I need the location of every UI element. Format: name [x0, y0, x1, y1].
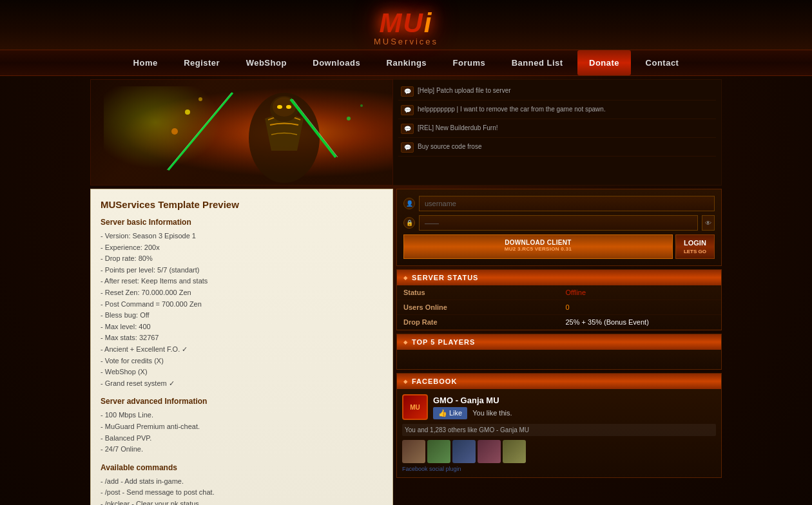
fb-thumb [503, 440, 526, 463]
drop-rate-row: Drop Rate 25% + 35% (Bonus Event) [397, 315, 721, 330]
download-sub: MU2 3.RC5 VERSION 0.31 [407, 246, 670, 252]
nav-downloads[interactable]: Downloads [301, 50, 372, 75]
svg-point-6 [277, 105, 282, 109]
header: MUi MUServices [0, 0, 812, 50]
server-status-header: SERVER STATUS [397, 270, 721, 285]
logo-text: MUi [0, 10, 812, 37]
server-advanced-info: - 100 Mbps Line. - MuGuard Premium anti-… [101, 410, 383, 455]
login-sub: LETS GO [684, 249, 706, 254]
facebook-box: FACEBOOK MU GMO - Ganja MU 👍 Like [396, 373, 722, 478]
fb-page-info: GMO - Ganja MU 👍 Like You like this. [433, 395, 716, 419]
fb-avatar-text: MU [410, 404, 420, 411]
server-advanced-section: Server advanced Information - 100 Mbps L… [101, 397, 383, 455]
login-box: 👤 🔒 👁 DOWNLOAD CLIENT MU2 3.RC5 VERSION … [396, 189, 722, 266]
chat-item: 💬 [Help] Patch upload file to server [398, 83, 716, 100]
svg-point-7 [286, 105, 291, 109]
svg-point-12 [171, 128, 178, 135]
banner-image [90, 79, 393, 186]
nav-home[interactable]: Home [122, 50, 169, 75]
sidebar: 👤 🔒 👁 DOWNLOAD CLIENT MU2 3.RC5 VERSION … [396, 189, 722, 505]
nav-contact[interactable]: Contact [634, 50, 691, 75]
username-input[interactable] [419, 196, 715, 211]
content-area: MUServices Template Preview Server basic… [90, 189, 722, 505]
server-basic-section: Server basic Information - Version: Seas… [101, 218, 383, 389]
like-label: Like [449, 409, 462, 417]
svg-point-13 [347, 117, 351, 120]
show-password-button[interactable]: 👁 [702, 215, 715, 231]
logo: MUi MUServices [0, 10, 812, 46]
server-status-box: SERVER STATUS Status Offline Users Onlin… [396, 269, 722, 330]
chat-text: helpppppppp | I want to remove the car f… [418, 105, 606, 113]
users-online-value: 0 [559, 300, 722, 315]
users-online-label: Users Online [397, 300, 559, 315]
banner-chat: 💬 [Help] Patch upload file to server 💬 h… [393, 79, 722, 186]
chat-item: 💬 [REL] New Builderdub Furn! [398, 120, 716, 138]
commands-section: Available commands - /add - Add stats in… [101, 463, 383, 505]
facebook-header: FACEBOOK [397, 374, 721, 389]
commands-title: Available commands [101, 463, 383, 472]
svg-rect-0 [91, 80, 393, 186]
fb-thumb [402, 440, 425, 463]
fb-thumb [452, 440, 476, 463]
fb-thumbnails [402, 440, 716, 463]
download-client-button[interactable]: DOWNLOAD CLIENT MU2 3.RC5 VERSION 0.31 [403, 234, 673, 259]
thumbs-up-icon: 👍 [438, 409, 447, 417]
nav-register[interactable]: Register [172, 50, 231, 75]
chat-item: 💬 helpppppppp | I want to remove the car… [398, 102, 716, 119]
nav-rankings[interactable]: Rankings [375, 50, 439, 75]
banner: 💬 [Help] Patch upload file to server 💬 h… [90, 79, 722, 186]
nav-donate[interactable]: Donate [577, 50, 631, 75]
fb-plugin-link[interactable]: Facebook social plugin [402, 466, 716, 472]
fb-profile-row: MU GMO - Ganja MU 👍 Like You like this. [402, 394, 716, 420]
logo-i: i [424, 8, 433, 38]
login-button[interactable]: LOGIN LETS GO [675, 234, 715, 259]
user-icon: 👤 [403, 198, 415, 209]
fb-like-text: You like this. [472, 409, 512, 417]
server-basic-info: - Version: Season 3 Episode 1 - Experien… [101, 231, 383, 389]
login-buttons: DOWNLOAD CLIENT MU2 3.RC5 VERSION 0.31 L… [403, 234, 715, 259]
fb-avatar: MU [402, 394, 428, 420]
status-value: Offline [559, 285, 722, 300]
chat-icon: 💬 [401, 86, 414, 97]
status-label: Status [397, 285, 559, 300]
svg-point-14 [360, 104, 363, 107]
logo-mu: MU [380, 8, 424, 38]
fb-thumb [427, 440, 450, 463]
chat-item: 💬 Buy source code frose [398, 139, 716, 157]
main-title: MUServices Template Preview [101, 199, 383, 210]
main-content: MUServices Template Preview Server basic… [90, 189, 393, 505]
username-row: 👤 [403, 196, 715, 211]
drop-rate-label: Drop Rate [397, 315, 559, 330]
chat-icon: 💬 [401, 105, 414, 115]
server-advanced-title: Server advanced Information [101, 397, 383, 406]
logo-subtitle: MUServices [0, 37, 812, 46]
fb-like-button[interactable]: 👍 Like [433, 407, 467, 419]
chat-text: Buy source code frose [418, 142, 482, 151]
top5-box: TOP 5 PLAYERS [396, 334, 722, 370]
outer-wrapper: 💬 [Help] Patch upload file to server 💬 h… [90, 76, 722, 505]
fb-like-row: 👍 Like You like this. [433, 407, 716, 419]
login-label: LOGIN [684, 239, 706, 247]
facebook-content: MU GMO - Ganja MU 👍 Like You like this. [397, 389, 721, 477]
svg-point-10 [185, 110, 190, 115]
svg-point-11 [198, 97, 202, 101]
status-row: Status Offline [397, 285, 721, 300]
password-input[interactable] [419, 215, 698, 231]
chat-icon: 💬 [401, 142, 414, 153]
chat-icon: 💬 [401, 124, 414, 134]
nav-banned-list[interactable]: Banned List [500, 50, 575, 75]
commands-info: - /add - Add stats in-game. - /post - Se… [101, 476, 383, 505]
top5-content [397, 350, 721, 369]
fb-page-name: GMO - Ganja MU [433, 395, 716, 405]
top5-header: TOP 5 PLAYERS [397, 334, 721, 350]
nav-forums[interactable]: Forums [441, 50, 498, 75]
status-table: Status Offline Users Online 0 Drop Rate … [397, 285, 721, 330]
nav-webshop[interactable]: WebShop [235, 50, 298, 75]
fb-description: You and 1,283 others like GMO - Ganja MU [402, 424, 716, 436]
lock-icon: 🔒 [403, 217, 415, 229]
drop-rate-value: 25% + 35% (Bonus Event) [559, 315, 722, 330]
password-row: 🔒 👁 [403, 215, 715, 231]
users-online-row: Users Online 0 [397, 300, 721, 315]
chat-text: [Help] Patch upload file to server [418, 86, 511, 95]
fb-thumb [478, 440, 501, 463]
